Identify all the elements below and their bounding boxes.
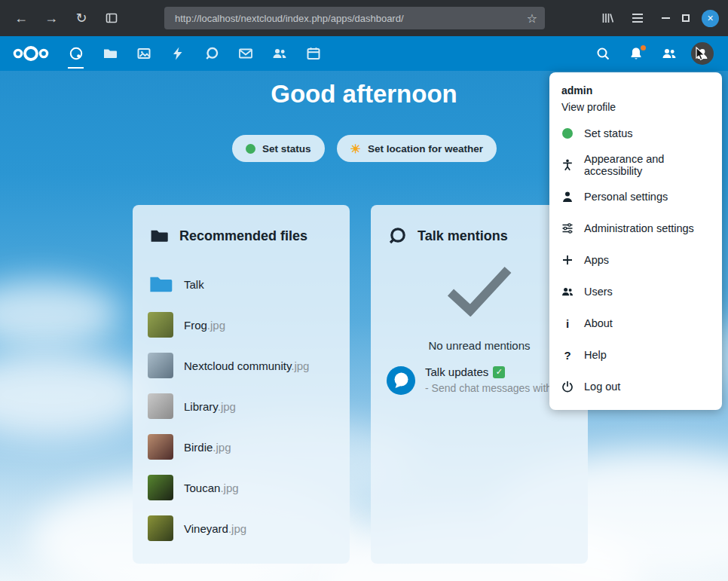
file-name: Frog.jpg (184, 319, 225, 332)
mouse-cursor (693, 47, 707, 62)
talk-updates-texts: Talk updates ✓ - Send chat messages with… (425, 365, 550, 394)
people-icon (662, 46, 677, 61)
file-name: Library.jpg (184, 400, 236, 413)
status-circle-icon (561, 127, 574, 139)
image-thumbnail (148, 434, 173, 460)
maximize-button[interactable] (682, 14, 690, 22)
folder-icon (149, 226, 169, 246)
back-button[interactable]: ← (8, 5, 35, 32)
reload-button[interactable]: ↻ (68, 5, 95, 32)
nextcloud-logo[interactable] (12, 43, 50, 64)
app-icon-activity[interactable] (161, 36, 194, 71)
menu-item-administration-settings[interactable]: Administration settings (549, 213, 722, 244)
panel-title: Talk mentions (418, 228, 508, 244)
info-icon: i (561, 317, 574, 329)
bookmark-star-icon[interactable]: ☆ (527, 11, 537, 26)
close-icon: × (707, 12, 713, 24)
power-icon (561, 381, 574, 393)
cloud-shape (0, 280, 121, 348)
image-thumbnail (148, 393, 173, 419)
set-weather-location-button[interactable]: ☀ Set location for weather (337, 135, 497, 162)
contacts-menu-button[interactable] (653, 36, 686, 71)
image-thumbnail (148, 515, 173, 541)
window-controls: × (662, 10, 719, 27)
dashboard-icon (69, 46, 84, 61)
menu-item-about[interactable]: i About (549, 307, 722, 339)
library-button[interactable] (594, 5, 621, 32)
image-thumbnail (148, 475, 173, 500)
menu-button[interactable] (624, 5, 651, 32)
minimize-button[interactable] (662, 17, 670, 19)
notifications-button[interactable] (619, 36, 653, 71)
talk-logo-icon (387, 226, 407, 246)
file-name: Talk (184, 278, 204, 291)
menu-item-users[interactable]: Users (549, 276, 722, 307)
file-row[interactable]: Birdie.jpg (148, 427, 335, 467)
status-dot-icon (246, 144, 255, 154)
checkmark-icon (445, 265, 514, 316)
set-status-button[interactable]: Set status (232, 135, 325, 162)
view-profile-link[interactable]: View profile (561, 101, 710, 113)
user-menu-header: admin View profile (549, 75, 722, 118)
panel-header: Talk mentions (387, 226, 573, 246)
accessibility-icon (561, 159, 574, 171)
talk-icon (204, 46, 219, 61)
browser-toolbar: ← → ↻ http://localhost/nextcloud/index.p… (0, 0, 728, 36)
app-icon-talk[interactable] (194, 36, 228, 71)
weather-label: Set location for weather (368, 143, 483, 154)
sun-icon: ☀ (350, 142, 361, 156)
app-icon-calendar[interactable] (296, 36, 330, 71)
forward-button[interactable]: → (38, 5, 65, 32)
url-bar[interactable]: http://localhost/nextcloud/index.php/app… (164, 7, 545, 29)
user-dropdown-menu: admin View profile Set status Appearance… (549, 72, 722, 410)
menu-item-apps[interactable]: Apps (549, 244, 722, 276)
reload-icon: ↻ (75, 10, 87, 26)
talk-updates-item[interactable]: Talk updates ✓ - Send chat messages with… (386, 365, 573, 396)
file-row[interactable]: Library.jpg (148, 386, 335, 427)
search-button[interactable] (586, 36, 619, 71)
contacts-icon (272, 46, 287, 61)
notification-dot (641, 45, 646, 50)
window-panel-button[interactable] (98, 5, 125, 32)
calendar-icon (306, 46, 321, 61)
menu-item-log-out[interactable]: Log out (549, 371, 722, 402)
users-icon (561, 286, 574, 298)
app-icon-dashboard[interactable] (59, 36, 93, 71)
app-icon-files[interactable] (93, 36, 127, 71)
talk-updates-title: Talk updates ✓ (425, 365, 550, 378)
menu-item-set-status[interactable]: Set status (549, 118, 722, 149)
blue-folder-icon (148, 271, 173, 297)
app-icon-photos[interactable] (127, 36, 161, 71)
help-icon: ? (561, 349, 574, 361)
url-text: http://localhost/nextcloud/index.php/app… (175, 13, 527, 24)
check-badge-icon: ✓ (493, 366, 505, 378)
file-row[interactable]: Talk (148, 264, 335, 304)
status-actions: Set status ☀ Set location for weather (232, 135, 497, 162)
search-icon (595, 46, 610, 61)
app-icon-mail[interactable] (228, 36, 262, 71)
set-status-label: Set status (262, 143, 311, 154)
photos-icon (136, 46, 151, 61)
close-button[interactable]: × (702, 10, 719, 27)
hamburger-icon (632, 14, 643, 23)
file-row[interactable]: Toucan.jpg (148, 467, 335, 508)
menu-item-appearance[interactable]: Appearance and accessibility (549, 149, 722, 181)
folder-icon (102, 46, 118, 61)
talk-updates-avatar (386, 365, 416, 396)
menu-item-help[interactable]: ? Help (549, 339, 722, 371)
tune-icon (561, 222, 574, 234)
back-icon: ← (14, 11, 28, 26)
file-row[interactable]: Vineyard.jpg (148, 508, 335, 549)
file-row[interactable]: Nextcloud community.jpg (148, 345, 335, 386)
active-app-indicator (68, 67, 84, 69)
person-icon (561, 191, 574, 203)
apps-icon (561, 254, 574, 266)
mail-icon (238, 46, 253, 61)
app-icon-contacts[interactable] (262, 36, 296, 71)
panel-title: Recommended files (179, 228, 307, 244)
cloud-shape (0, 351, 151, 438)
lightning-icon (170, 46, 185, 61)
talk-updates-subtitle: - Send chat messages witho (425, 382, 550, 394)
file-row[interactable]: Frog.jpg (148, 304, 335, 345)
menu-item-personal-settings[interactable]: Personal settings (549, 181, 722, 213)
